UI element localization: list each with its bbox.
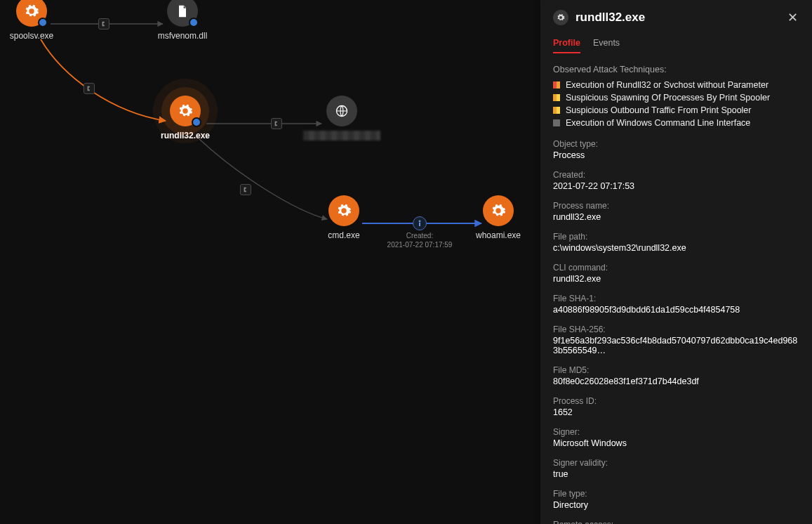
node-label: whoami.exe <box>470 230 526 240</box>
field-label: File type: <box>553 489 799 499</box>
technique-item[interactable]: Suspicious Outbound Traffic From Print S… <box>553 104 799 117</box>
field-label: Process name: <box>553 201 799 211</box>
process-graph[interactable]: Created: 2021-07-22 07:17:59 spoolsv.exe… <box>0 0 540 524</box>
field-label: File SHA-256: <box>553 325 799 334</box>
node-whoami[interactable]: whoami.exe <box>470 195 526 240</box>
technique-item[interactable]: Execution of Windows Command Line Interf… <box>553 117 799 129</box>
field-value: 1652 <box>553 407 799 417</box>
gear-icon <box>170 96 201 126</box>
field: File SHA-1:a40886f98905f3d9dbdd61da1d59c… <box>553 294 799 315</box>
severity-swatch <box>553 94 560 101</box>
field-value: 80f8e0c26028e83f1ef371d7b44de3df <box>553 376 799 386</box>
edge-marker[interactable] <box>98 18 109 30</box>
svg-rect-1 <box>419 223 420 226</box>
svg-point-0 <box>419 221 421 223</box>
field: Created:2021-07-22 07:17:53 <box>553 170 799 191</box>
field: Signer validity:true <box>553 458 799 479</box>
edge-label-created: Created: 2021-07-22 07:17:59 <box>387 232 453 249</box>
field-label: Signer: <box>553 427 799 437</box>
node-spoolsv[interactable]: spoolsv.exe <box>4 0 60 41</box>
field-label: Object type: <box>553 139 799 149</box>
tab-events[interactable]: Events <box>593 38 620 53</box>
field-value: true <box>553 469 799 479</box>
close-icon[interactable]: ✕ <box>785 10 799 25</box>
field: File type:Directory <box>553 489 799 510</box>
gear-icon <box>16 0 47 27</box>
details-panel: rundll32.exe ✕ Profile Events Observed A… <box>540 0 812 524</box>
field-label: Signer validity: <box>553 458 799 468</box>
field: Object type:Process <box>553 139 799 160</box>
technique-text: Suspicious Spawning Of Processes By Prin… <box>566 93 770 103</box>
field-label: File MD5: <box>553 365 799 375</box>
field-value: rundll32.exe <box>553 274 799 284</box>
gear-icon <box>328 195 359 226</box>
field: File path:c:\windows\system32\rundll32.e… <box>553 232 799 253</box>
field: Signer:Microsoft Windows <box>553 427 799 448</box>
node-label: cmd.exe <box>316 230 372 240</box>
technique-text: Execution of Rundll32 or Svchost without… <box>566 80 768 90</box>
technique-item[interactable]: Suspicious Spawning Of Processes By Prin… <box>553 91 799 104</box>
field-label: File SHA-1: <box>553 294 799 303</box>
field-value: rundll32.exe <box>553 212 799 222</box>
field-label: Remote access: <box>553 520 799 524</box>
edge-marker-info[interactable] <box>413 216 427 230</box>
technique-item[interactable]: Execution of Rundll32 or Svchost without… <box>553 79 799 91</box>
field-value: Process <box>553 150 799 160</box>
node-label: rundll32.exe <box>157 131 213 140</box>
document-icon <box>167 0 198 27</box>
redacted-label <box>303 131 380 140</box>
node-msfvenom[interactable]: msfvenom.dll <box>154 0 211 41</box>
field: File SHA-256:9f1e56a3bf293ac536cf4b8dad5… <box>553 325 799 355</box>
gear-icon <box>483 195 514 226</box>
severity-swatch <box>553 119 560 126</box>
panel-title: rundll32.exe <box>575 11 778 25</box>
field-value: Directory <box>553 500 799 510</box>
severity-swatch <box>553 107 560 114</box>
tab-profile[interactable]: Profile <box>553 38 580 53</box>
technique-text: Suspicious Outbound Traffic From Print S… <box>566 105 751 115</box>
edge-marker[interactable] <box>84 83 95 94</box>
gear-icon <box>553 10 568 25</box>
field: Process ID:1652 <box>553 396 799 417</box>
field: File MD5:80f8e0c26028e83f1ef371d7b44de3d… <box>553 365 799 386</box>
node-rundll32[interactable]: rundll32.exe <box>157 96 213 140</box>
field-value: a40886f98905f3d9dbdd61da1d59ccb4f4854758 <box>553 305 799 315</box>
field-label: CLI command: <box>553 263 799 273</box>
severity-swatch <box>553 81 560 89</box>
field-value: 2021-07-22 07:17:53 <box>553 181 799 191</box>
field: Remote access:false <box>553 520 799 524</box>
field-value: Microsoft Windows <box>553 438 799 448</box>
node-label: msfvenom.dll <box>154 31 211 41</box>
field-value: 9f1e56a3bf293ac536cf4b8dad57040797d62dbb… <box>553 336 799 355</box>
node-label: spoolsv.exe <box>4 31 60 41</box>
edge-marker[interactable] <box>240 184 251 195</box>
node-cmd[interactable]: cmd.exe <box>316 195 372 240</box>
field-label: Process ID: <box>553 396 799 406</box>
field-value: c:\windows\system32\rundll32.exe <box>553 243 799 253</box>
edge-marker[interactable] <box>271 118 282 129</box>
field: CLI command:rundll32.exe <box>553 263 799 284</box>
globe-icon <box>326 96 357 126</box>
node-redacted[interactable] <box>314 96 370 126</box>
panel-tabs: Profile Events <box>553 38 799 53</box>
field-label: File path: <box>553 232 799 242</box>
field: Process name:rundll32.exe <box>553 201 799 222</box>
field-label: Created: <box>553 170 799 180</box>
technique-text: Execution of Windows Command Line Interf… <box>566 118 750 128</box>
technique-list: Execution of Rundll32 or Svchost without… <box>553 79 799 129</box>
observed-techniques-label: Observed Attack Techniques: <box>553 65 799 74</box>
